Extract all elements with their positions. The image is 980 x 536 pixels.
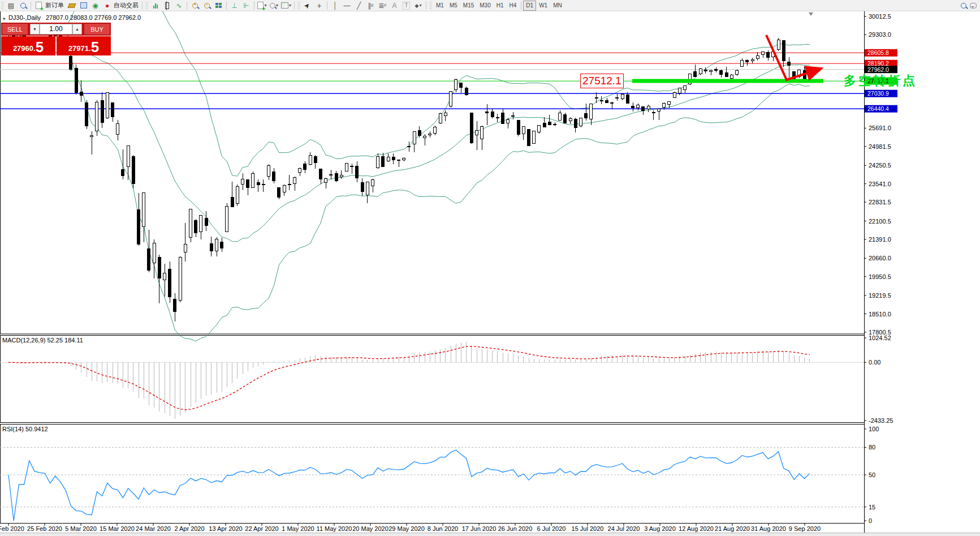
rsi-levels xyxy=(0,447,864,507)
svg-text:29 May 2020: 29 May 2020 xyxy=(388,525,425,532)
bollinger-bands xyxy=(8,0,810,341)
toolbar-grip[interactable] xyxy=(1,2,4,10)
ohlc-readout: 27807.0 28083.0 27769.0 27962.0 xyxy=(46,14,141,21)
tf-w1[interactable]: W1 xyxy=(536,1,550,10)
chart-window-icon[interactable]: ▤ xyxy=(5,1,17,10)
volume-down-button[interactable]: ▼ xyxy=(30,24,40,35)
svg-text:28605.8: 28605.8 xyxy=(867,49,889,56)
cursor-icon[interactable]: ➤ xyxy=(301,1,313,10)
chart-canvas[interactable]: 30012.529303.025691.024981.524250.523541… xyxy=(0,0,980,536)
market-watch-icon[interactable] xyxy=(17,1,29,10)
svg-text:22831.5: 22831.5 xyxy=(869,199,891,205)
periods-icon[interactable]: ▾ xyxy=(268,1,280,10)
zoom-in-icon[interactable]: + xyxy=(189,1,201,10)
search-icon[interactable] xyxy=(961,3,966,8)
svg-text:5 Mar 2020: 5 Mar 2020 xyxy=(65,525,97,532)
buy-button[interactable]: BUY xyxy=(84,23,110,35)
svg-text:0.00: 0.00 xyxy=(869,359,880,366)
svg-text:0: 0 xyxy=(869,517,872,524)
crosshair-icon[interactable]: + xyxy=(313,1,325,10)
autotrading-button[interactable]: ● xyxy=(101,1,113,10)
indicators-icon[interactable]: +▾ xyxy=(256,1,268,10)
svg-text:6 Feb 2020: 6 Feb 2020 xyxy=(0,525,24,532)
toolbar: ▤ + 新订单 ◉ ● 自动交易 ∿ + – ⊥ ⊩ +▾ ▾ ▾ ➤ + │ … xyxy=(0,0,980,11)
fibonacci-icon[interactable]: ≣F xyxy=(377,1,388,10)
svg-text:23541.0: 23541.0 xyxy=(869,181,891,187)
rsi-axis: 1008050150 xyxy=(864,426,879,524)
volume-up-button[interactable]: ▲ xyxy=(72,24,82,35)
one-click-trading-panel: SELL ▼ 1.00 ▲ BUY 27960.5 27971.5 xyxy=(1,23,111,55)
svg-text:20660.0: 20660.0 xyxy=(869,255,891,261)
svg-text:17 Jun 2020: 17 Jun 2020 xyxy=(462,525,497,532)
templates-icon[interactable]: ▾ xyxy=(280,1,292,10)
tile-windows-icon[interactable] xyxy=(213,1,225,10)
chat-icon[interactable] xyxy=(970,3,977,8)
new-order-button[interactable]: + xyxy=(33,1,45,10)
price-badge-28605.8: 28605.8 xyxy=(865,49,897,57)
signals-icon[interactable]: ◉ xyxy=(89,1,101,10)
macd-label: MACD(12,26,9) 52.25 184.11 xyxy=(2,337,83,344)
svg-text:26 Jun 2020: 26 Jun 2020 xyxy=(498,525,533,532)
svg-text:1 May 2020: 1 May 2020 xyxy=(282,525,314,532)
horizontal-line-icon[interactable]: — xyxy=(341,1,353,10)
svg-text:29303.0: 29303.0 xyxy=(869,31,891,38)
autotrading-label[interactable]: 自动交易 xyxy=(114,1,139,10)
sell-button[interactable]: SELL xyxy=(2,23,28,35)
svg-text:15 Jul 2020: 15 Jul 2020 xyxy=(572,525,604,532)
svg-text:25 Feb 2020: 25 Feb 2020 xyxy=(27,525,62,532)
new-order-label[interactable]: 新订单 xyxy=(45,1,64,10)
text-label-icon[interactable]: T xyxy=(400,1,412,10)
support-price-annotation[interactable]: 27512.1 xyxy=(580,74,624,88)
turning-point-annotation[interactable]: 多空转折点 xyxy=(844,72,917,89)
tf-m15[interactable]: M15 xyxy=(460,1,477,10)
tf-h1[interactable]: H1 xyxy=(494,1,507,10)
svg-text:13 Apr 2020: 13 Apr 2020 xyxy=(209,525,242,532)
symbol-marker-icon: ▸ xyxy=(3,16,6,21)
zoom-out-icon[interactable]: – xyxy=(201,1,213,10)
arrows-icon[interactable]: ◆▾ xyxy=(412,1,424,10)
vertical-line-icon[interactable]: │ xyxy=(329,1,341,10)
bar-chart-icon[interactable] xyxy=(149,1,161,10)
date-axis: 6 Feb 202025 Feb 20205 Mar 202015 Mar 20… xyxy=(0,524,821,532)
rsi-line xyxy=(8,450,810,521)
svg-text:80: 80 xyxy=(869,444,875,451)
price-axis: 30012.529303.025691.024981.524250.523541… xyxy=(864,13,897,336)
svg-text:18510.0: 18510.0 xyxy=(869,311,891,318)
svg-text:2 Apr 2020: 2 Apr 2020 xyxy=(174,525,204,532)
svg-text:11 May 2020: 11 May 2020 xyxy=(317,525,352,532)
candlestick-chart-icon[interactable] xyxy=(161,1,173,10)
terminal-icon[interactable] xyxy=(77,1,89,10)
volume-input[interactable]: 1.00 xyxy=(40,24,72,35)
svg-text:8 Jun 2020: 8 Jun 2020 xyxy=(428,525,458,532)
support-highlight-bar[interactable] xyxy=(632,79,823,83)
bid-big-digit: 5 xyxy=(36,40,44,54)
tf-mn[interactable]: MN xyxy=(550,1,565,10)
svg-text:19219.5: 19219.5 xyxy=(869,292,891,299)
svg-text:24250.5: 24250.5 xyxy=(869,162,891,169)
svg-text:24 Mar 2020: 24 Mar 2020 xyxy=(136,525,171,532)
svg-text:31 Aug 2020: 31 Aug 2020 xyxy=(751,525,786,532)
arrange2-icon[interactable]: ⊩ xyxy=(240,1,252,10)
candles xyxy=(7,28,811,321)
macd-histogram xyxy=(8,342,810,419)
macd-axis: 1024.520.00-2433.25 xyxy=(864,335,893,424)
tf-h4[interactable]: H4 xyxy=(507,1,520,10)
text-icon[interactable]: A xyxy=(388,1,400,10)
equidistant-channel-icon[interactable]: ∥E xyxy=(365,1,377,10)
arrange-icon[interactable]: ⊥ xyxy=(228,1,240,10)
line-chart-icon[interactable]: ∿ xyxy=(173,1,185,10)
svg-text:9 Sep 2020: 9 Sep 2020 xyxy=(789,525,821,532)
bid-price[interactable]: 27960.5 xyxy=(1,36,55,55)
ask-price[interactable]: 27971.5 xyxy=(57,36,111,55)
trendline-icon[interactable]: ╱ xyxy=(353,1,365,10)
new-order-icon: + xyxy=(36,2,42,9)
price-badge-27030.9: 27030.9 xyxy=(865,90,897,97)
tf-d1[interactable]: D1 xyxy=(523,1,536,11)
price-badge-26440.4: 26440.4 xyxy=(865,105,897,113)
tf-m30[interactable]: M30 xyxy=(477,1,493,10)
tf-m1[interactable]: M1 xyxy=(433,1,447,10)
ask-base: 27971. xyxy=(68,43,91,54)
window-bottom-strip xyxy=(0,533,980,536)
tf-m5[interactable]: M5 xyxy=(447,1,460,10)
quotes-icon[interactable] xyxy=(66,1,77,10)
